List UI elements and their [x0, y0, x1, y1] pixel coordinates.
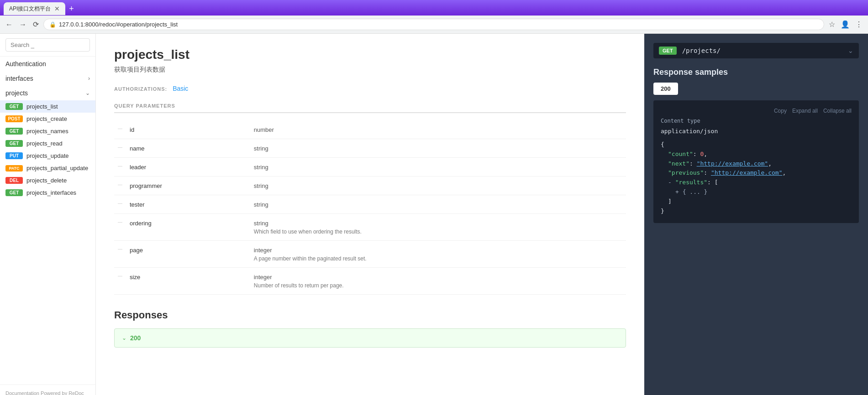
param-type-cell: string: [250, 195, 626, 214]
table-row: — leader string: [114, 158, 626, 177]
query-params-label: QUERY PARAMETERS: [114, 99, 626, 113]
search-input[interactable]: [5, 38, 90, 52]
sidebar-item-projects-read[interactable]: GET projects_read: [0, 137, 95, 150]
param-name-cell: programmer: [126, 177, 250, 195]
auth-value[interactable]: Basic: [173, 85, 188, 92]
method-badge-get: GET: [5, 189, 23, 196]
active-tab[interactable]: API接口文档平台 ✕: [4, 2, 65, 15]
collapse-all-button[interactable]: Collapse all: [823, 108, 852, 114]
param-indent: —: [114, 195, 126, 214]
content-type-label: Content type: [661, 118, 852, 124]
toolbar-icons: ☆ 👤 ⋮: [827, 18, 864, 31]
bookmark-button[interactable]: ☆: [827, 18, 837, 31]
copy-button[interactable]: Copy: [774, 108, 787, 114]
sidebar-item-projects-interfaces[interactable]: GET projects_interfaces: [0, 187, 95, 199]
param-indent: —: [114, 158, 126, 177]
sidebar-item-label: projects_interfaces: [26, 189, 76, 196]
sidebar-group-interfaces[interactable]: interfaces ›: [0, 71, 95, 86]
expand-all-button[interactable]: Expand all: [792, 108, 818, 114]
method-badge-patch: PATC: [5, 165, 23, 172]
tab-title: API接口文档平台: [9, 5, 51, 13]
sidebar-item-label: projects_names: [26, 128, 68, 135]
tab-bar: API接口文档平台 ✕ +: [0, 0, 868, 16]
param-indent: —: [114, 120, 126, 139]
address-bar[interactable]: 🔒 127.0.0.1:8000/redoc/#operation/projec…: [43, 19, 824, 30]
param-name-cell: leader: [126, 158, 250, 177]
sidebar-item-label: projects_read: [26, 140, 63, 147]
sidebar-item-label: projects_update: [26, 152, 69, 159]
code-line-close: }: [661, 207, 852, 216]
param-indent: —: [114, 177, 126, 195]
code-line-results-expand[interactable]: + { ... }: [661, 187, 852, 197]
endpoint-bar: GET /projects/ ⌄: [653, 43, 859, 58]
method-badge-delete: DEL: [5, 177, 23, 184]
sidebar-search-container: [0, 34, 95, 57]
table-row: — programmer string: [114, 177, 626, 195]
sidebar-item-label: projects_create: [26, 115, 67, 122]
param-type-cell: string: [250, 177, 626, 195]
param-name-cell: ordering: [126, 214, 250, 241]
response-tabs: 200: [653, 83, 859, 95]
responses-title: Responses: [114, 309, 626, 321]
table-row: — tester string: [114, 195, 626, 214]
main-content: projects_list 获取项目列表数据 AUTHORIZATIONS: B…: [96, 34, 644, 395]
code-line-results-close: ]: [661, 197, 852, 207]
sidebar-footer: Documentation Powered by ReDoc: [0, 385, 95, 395]
app-layout: Authentication interfaces › projects ⌄ G…: [0, 34, 868, 395]
param-indent: —: [114, 241, 126, 268]
param-type-cell: integer Number of results to return per …: [250, 268, 626, 295]
table-row: — page integer A page number within the …: [114, 241, 626, 268]
method-badge-put: PUT: [5, 152, 23, 159]
redoc-link[interactable]: Documentation Powered by ReDoc: [5, 390, 84, 395]
code-actions: Copy Expand all Collapse all: [661, 108, 852, 114]
response-samples-title: Response samples: [653, 68, 859, 77]
sidebar-item-label: projects_partial_update: [26, 165, 88, 172]
chevron-down-icon: ⌄: [85, 90, 90, 96]
endpoint-method-badge: GET: [659, 47, 677, 55]
params-table: — id number — name string — leader str: [114, 120, 626, 295]
url-text: 127.0.0.1:8000/redoc/#operation/projects…: [59, 21, 178, 28]
response-code: 200: [130, 334, 141, 342]
sidebar-item-projects-delete[interactable]: DEL projects_delete: [0, 174, 95, 187]
endpoint-chevron-icon[interactable]: ⌄: [848, 47, 853, 54]
profile-button[interactable]: 👤: [839, 18, 852, 31]
sidebar-item-projects-names[interactable]: GET projects_names: [0, 125, 95, 137]
browser-chrome: API接口文档平台 ✕ + ← → ⟳ 🔒 127.0.0.1:8000/red…: [0, 0, 868, 34]
param-name-cell: page: [126, 241, 250, 268]
method-badge-get: GET: [5, 103, 23, 110]
forward-button[interactable]: →: [17, 19, 28, 31]
authorizations-section: AUTHORIZATIONS: Basic: [114, 85, 626, 92]
param-type-cell: string: [250, 139, 626, 158]
code-line-count: "count": 0,: [661, 150, 852, 159]
query-params-section: QUERY PARAMETERS — id number — name stri…: [114, 99, 626, 295]
new-tab-button[interactable]: +: [65, 4, 78, 14]
reload-button[interactable]: ⟳: [31, 18, 41, 31]
response-tab-200[interactable]: 200: [653, 83, 678, 95]
page-subtitle: 获取项目列表数据: [114, 66, 626, 74]
sidebar: Authentication interfaces › projects ⌄ G…: [0, 34, 96, 395]
sidebar-item-projects-partial-update[interactable]: PATC projects_partial_update: [0, 162, 95, 174]
back-button[interactable]: ←: [4, 19, 15, 31]
sidebar-item-projects-list[interactable]: GET projects_list: [0, 100, 95, 113]
table-row: — name string: [114, 139, 626, 158]
table-row: — ordering string Which field to use whe…: [114, 214, 626, 241]
sidebar-item-projects-create[interactable]: POST projects_create: [0, 113, 95, 125]
method-badge-post: POST: [5, 115, 23, 122]
browser-toolbar: ← → ⟳ 🔒 127.0.0.1:8000/redoc/#operation/…: [0, 16, 868, 33]
param-type-cell: integer A page number within the paginat…: [250, 241, 626, 268]
sidebar-item-authentication[interactable]: Authentication: [0, 57, 95, 71]
menu-button[interactable]: ⋮: [853, 18, 864, 31]
method-badge-get: GET: [5, 140, 23, 147]
response-200-item[interactable]: ⌄ 200: [114, 328, 626, 348]
code-line-results-key: - "results": [: [661, 178, 852, 187]
method-badge-get: GET: [5, 128, 23, 135]
chevron-right-icon: ›: [88, 75, 90, 82]
sidebar-item-label: projects_delete: [26, 177, 67, 184]
sidebar-group-projects[interactable]: projects ⌄: [0, 86, 95, 100]
code-block: Copy Expand all Collapse all Content typ…: [653, 100, 859, 223]
content-type-value: application/json: [661, 128, 852, 135]
tab-close-icon[interactable]: ✕: [54, 5, 60, 12]
param-name-cell: tester: [126, 195, 250, 214]
sidebar-item-projects-update[interactable]: PUT projects_update: [0, 150, 95, 162]
code-line-open: {: [661, 140, 852, 150]
